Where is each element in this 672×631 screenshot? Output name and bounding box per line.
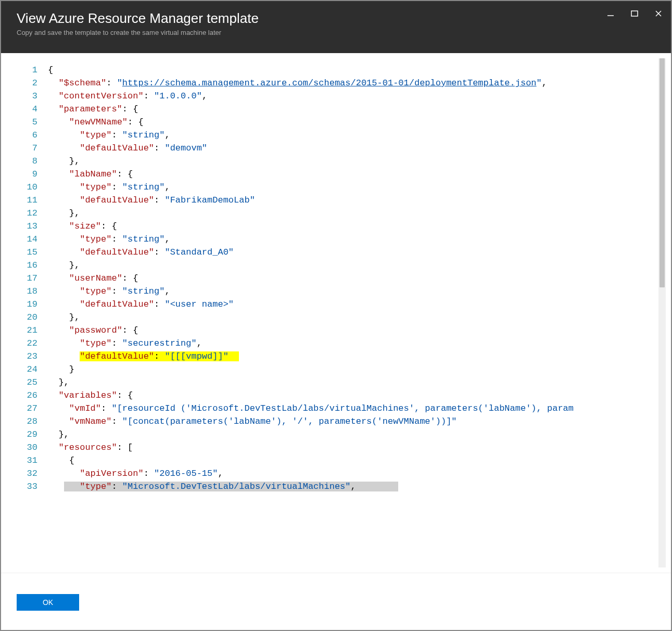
code-line[interactable]: 7 "defaultValue": "demovm" [6,142,666,155]
line-source[interactable]: { [48,454,666,467]
code-line[interactable]: 25 }, [6,376,666,389]
line-number: 12 [6,207,48,220]
line-source[interactable]: "vmId": "[resourceId ('Microsoft.DevTest… [48,402,666,415]
line-number: 2 [6,77,48,90]
line-source[interactable]: "parameters": { [48,103,666,116]
code-line[interactable]: 21 "password": { [6,324,666,337]
line-source[interactable]: "password": { [48,324,666,337]
line-number: 18 [6,285,48,298]
line-number: 13 [6,220,48,233]
line-number: 33 [6,480,48,493]
code-line[interactable]: 1{ [6,64,666,77]
line-number: 31 [6,454,48,467]
close-icon[interactable] [653,8,664,19]
line-source[interactable]: "type": "string", [48,129,666,142]
line-source[interactable]: "type": "securestring", [48,337,666,350]
line-source[interactable]: "vmName": "[concat(parameters('labName')… [48,415,666,428]
code-line[interactable]: 15 "defaultValue": "Standard_A0" [6,246,666,259]
line-source[interactable]: }, [48,155,666,168]
line-source[interactable]: "type": "Microsoft.DevTestLab/labs/virtu… [48,480,666,493]
line-number: 21 [6,324,48,337]
code-line[interactable]: 14 "type": "string", [6,233,666,246]
code-line[interactable]: 10 "type": "string", [6,181,666,194]
code-line[interactable]: 32 "apiVersion": "2016-05-15", [6,467,666,480]
code-line[interactable]: 17 "userName": { [6,272,666,285]
dialog-title: View Azure Resource Manager template [17,10,655,27]
line-source[interactable]: "userName": { [48,272,666,285]
line-source[interactable]: }, [48,259,666,272]
line-number: 30 [6,441,48,454]
code-line[interactable]: 31 { [6,454,666,467]
line-source[interactable]: "type": "string", [48,181,666,194]
ok-button[interactable]: OK [17,594,79,611]
line-source[interactable]: "contentVersion": "1.0.0.0", [48,90,666,103]
line-source[interactable]: "type": "string", [48,233,666,246]
line-source[interactable]: "newVMName": { [48,116,666,129]
code-line[interactable]: 18 "type": "string", [6,285,666,298]
line-number: 23 [6,350,48,363]
line-source[interactable]: }, [48,311,666,324]
line-source[interactable]: "size": { [48,220,666,233]
line-source[interactable]: "type": "string", [48,285,666,298]
code-line[interactable]: 23 "defaultValue": "[[[vmpwd]]" [6,350,666,363]
code-lines[interactable]: 1{2 "$schema": "https://schema.managemen… [6,58,666,498]
line-source[interactable]: }, [48,376,666,389]
code-line[interactable]: 8 }, [6,155,666,168]
line-number: 3 [6,90,48,103]
line-source[interactable]: "variables": { [48,389,666,402]
line-number: 7 [6,142,48,155]
line-number: 15 [6,246,48,259]
code-line[interactable]: 2 "$schema": "https://schema.management.… [6,77,666,90]
line-source[interactable]: }, [48,207,666,220]
code-line[interactable]: 28 "vmName": "[concat(parameters('labNam… [6,415,666,428]
line-source[interactable]: { [48,64,666,77]
line-number: 8 [6,155,48,168]
scrollbar-thumb[interactable] [660,58,665,287]
line-source[interactable]: } [48,363,666,376]
scrollbar[interactable] [658,58,666,567]
line-source[interactable]: "defaultValue": "FabrikamDemoLab" [48,194,666,207]
code-line[interactable]: 9 "labName": { [6,168,666,181]
code-line[interactable]: 33 "type": "Microsoft.DevTestLab/labs/vi… [6,480,666,493]
line-number: 25 [6,376,48,389]
code-line[interactable]: 11 "defaultValue": "FabrikamDemoLab" [6,194,666,207]
code-line[interactable]: 22 "type": "securestring", [6,337,666,350]
line-source[interactable]: "defaultValue": "demovm" [48,142,666,155]
code-line[interactable]: 4 "parameters": { [6,103,666,116]
code-line[interactable]: 3 "contentVersion": "1.0.0.0", [6,90,666,103]
line-source[interactable]: "resources": [ [48,441,666,454]
window-controls [605,8,664,19]
code-line[interactable]: 24 } [6,363,666,376]
line-source[interactable]: }, [48,428,666,441]
line-number: 5 [6,116,48,129]
code-line[interactable]: 5 "newVMName": { [6,116,666,129]
line-source[interactable]: "defaultValue": "Standard_A0" [48,246,666,259]
code-line[interactable]: 30 "resources": [ [6,441,666,454]
code-line[interactable]: 12 }, [6,207,666,220]
line-source[interactable]: "apiVersion": "2016-05-15", [48,467,666,480]
code-line[interactable]: 6 "type": "string", [6,129,666,142]
code-line[interactable]: 16 }, [6,259,666,272]
code-line[interactable]: 19 "defaultValue": "<user name>" [6,298,666,311]
code-line[interactable]: 29 }, [6,428,666,441]
schema-link[interactable]: https://schema.management.azure.com/sche… [122,78,537,88]
code-line[interactable]: 20 }, [6,311,666,324]
dialog-footer: OK [1,573,671,630]
line-source[interactable]: "$schema": "https://schema.management.az… [48,77,666,90]
minimize-icon[interactable] [605,8,616,19]
dialog-header: View Azure Resource Manager template Cop… [1,1,671,53]
code-line[interactable]: 26 "variables": { [6,389,666,402]
line-source[interactable]: "defaultValue": "[[[vmpwd]]" [48,350,666,363]
code-line[interactable]: 13 "size": { [6,220,666,233]
line-source[interactable]: "defaultValue": "<user name>" [48,298,666,311]
code-editor[interactable]: 1{2 "$schema": "https://schema.managemen… [6,58,666,567]
line-number: 26 [6,389,48,402]
line-source[interactable]: "labName": { [48,168,666,181]
line-number: 16 [6,259,48,272]
highlighted-text: "defaultValue": "[[[vmpwd]]" [80,351,239,361]
line-number: 24 [6,363,48,376]
maximize-icon[interactable] [629,8,640,19]
line-number: 9 [6,168,48,181]
line-number: 10 [6,181,48,194]
code-line[interactable]: 27 "vmId": "[resourceId ('Microsoft.DevT… [6,402,666,415]
